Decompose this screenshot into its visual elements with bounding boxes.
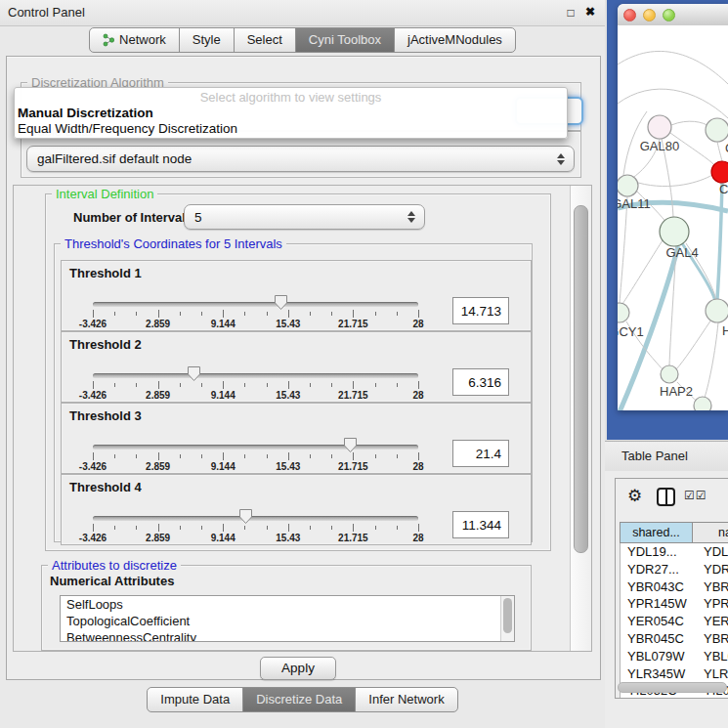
attribute-item[interactable]: BetweennessCentrality xyxy=(61,629,514,642)
threshold-3-slider[interactable]: -3.4262.8599.14415.4321.71528 xyxy=(93,429,418,472)
tab-network[interactable]: Network xyxy=(89,27,180,53)
settings-scrollbar-thumb[interactable] xyxy=(574,205,588,553)
network-node[interactable] xyxy=(706,299,728,322)
axis-tick xyxy=(353,381,354,389)
number-of-intervals-combobox[interactable]: 5 xyxy=(184,204,425,230)
slider-thumb[interactable] xyxy=(238,508,253,525)
network-node-label: H xyxy=(722,323,728,338)
network-node[interactable] xyxy=(618,175,638,196)
table-row[interactable]: YDR27...YDR2 xyxy=(621,561,728,578)
axis-tick xyxy=(418,310,419,318)
network-node[interactable] xyxy=(618,303,629,322)
dropdown-option-manual-discretization[interactable]: Manual Discretization xyxy=(18,106,153,120)
slider-ticks xyxy=(93,452,418,461)
mac-zoom-button[interactable] xyxy=(663,9,675,21)
apply-button[interactable]: Apply xyxy=(260,657,336,680)
network-node[interactable] xyxy=(660,217,689,246)
network-node[interactable] xyxy=(661,365,678,383)
column-header-name[interactable]: na xyxy=(693,523,728,542)
table-row[interactable]: YDL19...YDL1 xyxy=(621,543,728,561)
network-node-label: C xyxy=(719,182,728,196)
attribute-item[interactable]: SelfLoops xyxy=(61,596,514,613)
axis-tick xyxy=(288,310,289,318)
threshold-4-panel: Threshold 4 -3.4262.8599.14415.4321.7152… xyxy=(61,474,532,545)
axis-tick xyxy=(244,383,245,387)
axis-tick xyxy=(158,310,159,318)
axis-tick xyxy=(331,312,332,316)
slider-track[interactable] xyxy=(93,516,418,521)
table-horizontal-scrollbar-thumb[interactable] xyxy=(618,682,727,693)
threshold-value-field[interactable]: 6.316 xyxy=(452,368,509,396)
tab-infer-network[interactable]: Infer Network xyxy=(355,687,457,712)
threshold-value-field[interactable]: 14.713 xyxy=(452,297,509,324)
table-cell: YBR043C xyxy=(621,578,693,596)
slider-tick-labels: -3.4262.8599.14415.4321.71528 xyxy=(93,390,418,402)
gear-icon[interactable]: ⚙ xyxy=(627,487,642,506)
threshold-1-slider[interactable]: -3.4262.8599.14415.4321.71528 xyxy=(93,286,418,329)
slider-tick-labels: -3.4262.8599.14415.4321.71528 xyxy=(93,533,418,544)
dropdown-option-equal-width-frequency[interactable]: Equal Width/Frequency Discretization xyxy=(18,121,237,136)
tab-style[interactable]: Style xyxy=(179,27,235,53)
tab-label: Style xyxy=(193,28,221,52)
axis-tick-label: 9.144 xyxy=(211,390,236,401)
control-panel-tabbar: Network Style Select Cyni Toolbox jActiv… xyxy=(0,27,605,53)
threshold-4-slider[interactable]: -3.4262.8599.14415.4321.71528 xyxy=(93,500,418,543)
close-panel-icon[interactable]: ✖ xyxy=(583,5,597,19)
split-columns-icon[interactable] xyxy=(657,488,675,506)
numerical-attributes-list[interactable]: SelfLoopsTopologicalCoefficientBetweenne… xyxy=(60,595,515,642)
network-node[interactable] xyxy=(694,397,711,410)
attribute-item[interactable]: TopologicalCoefficient xyxy=(61,613,514,629)
mac-close-button[interactable] xyxy=(623,9,636,21)
table-row[interactable]: YER054CYER0 xyxy=(621,613,728,630)
axis-tick-label: -3.426 xyxy=(79,533,107,543)
threshold-3-panel: Threshold 3 -3.4262.8599.14415.4321.7152… xyxy=(61,403,532,474)
tab-jactivemnodules[interactable]: jActiveMNodules xyxy=(394,27,516,53)
slider-track[interactable] xyxy=(93,373,418,378)
slider-thumb[interactable] xyxy=(187,365,201,382)
network-canvas[interactable]: GAL80GACGAL11GAL4GCY1HHAP2 xyxy=(618,25,728,410)
threshold-2-slider[interactable]: -3.4262.8599.14415.4321.71528 xyxy=(93,358,418,401)
tab-label: Select xyxy=(247,28,282,52)
tab-select[interactable]: Select xyxy=(234,27,296,53)
threshold-value-field[interactable]: 21.4 xyxy=(452,440,509,467)
tab-discretize-data[interactable]: Discretize Data xyxy=(242,687,356,712)
table-data-combobox[interactable]: galFiltered.sif default node xyxy=(26,146,575,172)
network-node-label: GCY1 xyxy=(618,324,644,339)
axis-tick xyxy=(244,454,245,458)
list-scrollbar[interactable] xyxy=(500,596,514,641)
axis-tick xyxy=(93,381,94,389)
table-row[interactable]: YBR045CYBR0 xyxy=(621,630,728,648)
table-header-row: shared... na xyxy=(620,522,728,543)
table-row[interactable]: YLR345WYLR3 xyxy=(621,665,728,683)
network-node[interactable] xyxy=(648,115,671,139)
network-node[interactable] xyxy=(711,161,728,183)
network-node[interactable] xyxy=(706,118,728,142)
slider-thumb[interactable] xyxy=(274,294,288,311)
mac-minimize-button[interactable] xyxy=(643,9,656,21)
axis-tick-label: 2.859 xyxy=(146,319,170,329)
axis-tick-label: 28 xyxy=(412,461,423,472)
slider-track[interactable] xyxy=(93,302,418,307)
slider-track[interactable] xyxy=(93,445,418,450)
network-window-titlebar[interactable] xyxy=(618,4,728,26)
axis-tick xyxy=(114,383,115,387)
axis-tick xyxy=(180,454,181,458)
table-row[interactable]: YBL079WYBL0 xyxy=(621,648,728,665)
axis-tick xyxy=(288,524,289,532)
list-scrollbar-thumb[interactable] xyxy=(503,598,512,633)
axis-tick-label: 9.144 xyxy=(211,533,236,543)
select-columns-icon[interactable]: ☑☑ xyxy=(684,489,707,502)
axis-tick-label: 21.715 xyxy=(338,533,368,543)
axis-tick xyxy=(201,526,202,530)
axis-tick xyxy=(331,383,332,387)
table-row[interactable]: YBR043CYBR0 xyxy=(621,578,728,596)
table-row[interactable]: YPR145WYPR1 xyxy=(621,595,728,613)
settings-scrollbar[interactable] xyxy=(570,186,591,651)
column-header-shared[interactable]: shared... xyxy=(621,523,693,542)
network-node-label: GAL80 xyxy=(640,139,679,153)
float-window-icon[interactable]: □ xyxy=(564,6,578,20)
tab-cyni-toolbox[interactable]: Cyni Toolbox xyxy=(295,27,395,53)
tab-impute-data[interactable]: Impute Data xyxy=(147,687,243,712)
threshold-value-field[interactable]: 11.344 xyxy=(452,511,509,538)
slider-thumb[interactable] xyxy=(343,437,358,453)
